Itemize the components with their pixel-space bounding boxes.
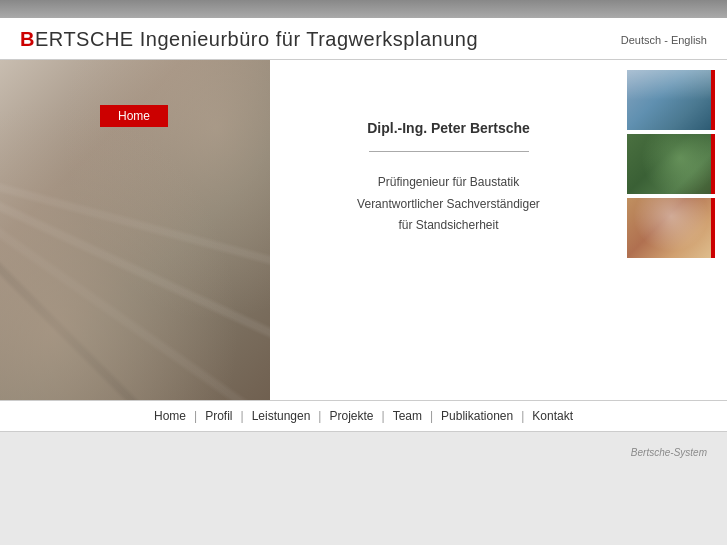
footer: Bertsche-System — [0, 432, 727, 472]
top-stripe — [0, 0, 727, 18]
home-button[interactable]: Home — [100, 105, 168, 127]
nav-item-projekte[interactable]: Projekte — [321, 409, 381, 423]
nav-item-publikationen[interactable]: Publikationen — [433, 409, 521, 423]
header: BERTSCHE Ingenieurbüro für Tragwerksplan… — [0, 18, 727, 60]
right-image-column — [627, 60, 727, 400]
title-rest: ERTSCHE Ingenieurbüro für Tragwerksplanu… — [35, 28, 478, 50]
hero-image: Home — [0, 60, 270, 400]
nav-item-leistungen[interactable]: Leistungen — [244, 409, 319, 423]
person-desc-line2: Verantwortlicher Sachverständiger — [357, 197, 540, 211]
person-name: Dipl.-Ing. Peter Bertsche — [367, 120, 530, 136]
navigation-bar: Home | Profil | Leistungen | Projekte | … — [0, 400, 727, 432]
right-image-1[interactable] — [627, 70, 715, 130]
right-image-2[interactable] — [627, 134, 715, 194]
person-desc-line3: für Standsicherheit — [398, 218, 498, 232]
center-panel: Dipl.-Ing. Peter Bertsche Prüfingenieur … — [270, 60, 627, 400]
nav-item-team[interactable]: Team — [385, 409, 430, 423]
nav-item-home[interactable]: Home — [146, 409, 194, 423]
language-links[interactable]: Deutsch - English — [621, 34, 707, 46]
person-desc-line1: Prüfingenieur für Baustatik — [378, 175, 519, 189]
footer-text: Bertsche-System — [631, 447, 707, 458]
divider — [369, 151, 529, 152]
site-title: BERTSCHE Ingenieurbüro für Tragwerksplan… — [20, 28, 478, 51]
nav-item-kontakt[interactable]: Kontakt — [524, 409, 581, 423]
nav-item-profil[interactable]: Profil — [197, 409, 240, 423]
title-b: B — [20, 28, 35, 50]
right-image-3[interactable] — [627, 198, 715, 258]
main-content: Home Dipl.-Ing. Peter Bertsche Prüfingen… — [0, 60, 727, 400]
person-description: Prüfingenieur für Baustatik Verantwortli… — [357, 172, 540, 237]
